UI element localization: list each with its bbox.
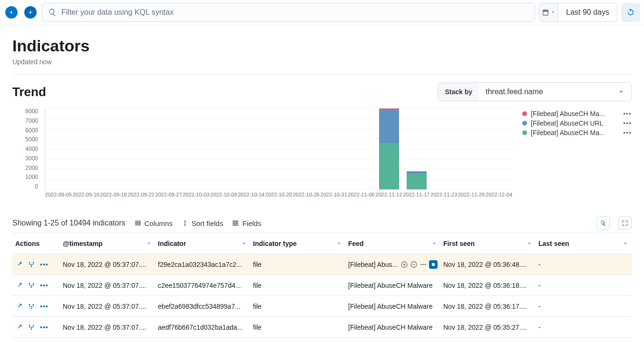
- investigate-icon[interactable]: [28, 323, 35, 331]
- inspect-icon: [599, 219, 607, 227]
- table-header-row: Actions @timestamp Indicator Indicator t…: [12, 233, 632, 254]
- page-title: Indicators: [12, 37, 632, 55]
- x-tick: 2022-11-17: [402, 192, 430, 203]
- stack-by-label: Stack by: [438, 83, 479, 101]
- header-indicator[interactable]: Indicator: [155, 240, 250, 247]
- expand-icon[interactable]: [15, 261, 23, 268]
- x-tick: 2022-10-09: [210, 192, 237, 203]
- legend-more-icon[interactable]: •••: [623, 129, 632, 137]
- bar-group[interactable]: [407, 171, 427, 189]
- chevron-down-icon: [526, 240, 533, 247]
- y-tick: 7000: [25, 118, 38, 124]
- legend-dot: [522, 130, 527, 135]
- cell-first-seen: Nov 18, 2022 @ 05:35:27....: [443, 323, 527, 331]
- header-first-seen[interactable]: First seen: [440, 240, 536, 247]
- more-actions-icon[interactable]: •••: [40, 261, 49, 268]
- x-tick: 2022-11-06: [348, 192, 375, 203]
- svg-point-18: [33, 324, 34, 326]
- inspect-button[interactable]: [596, 216, 610, 230]
- legend-more-icon[interactable]: •••: [623, 110, 632, 118]
- x-tick: 2022-09-10: [72, 192, 100, 203]
- table-row[interactable]: ••• Nov 18, 2022 @ 05:37:07.... f29e2ca1…: [12, 254, 632, 275]
- cell-timestamp: Nov 18, 2022 @ 05:37:07....: [63, 282, 146, 289]
- back-button[interactable]: [4, 5, 19, 20]
- table-row[interactable]: ••• Nov 18, 2022 @ 05:37:07.... ebef2a69…: [12, 296, 632, 317]
- y-tick: 1000: [25, 174, 38, 180]
- filter-in-icon[interactable]: [400, 261, 408, 268]
- x-tick: 2022-10-03: [182, 192, 210, 203]
- x-tick: 2022-09-22: [127, 192, 155, 203]
- x-tick: 2022-10-14: [237, 192, 265, 203]
- cell-feed: [Filebeat] AbuseCH Malware: [348, 323, 432, 331]
- more-actions-icon[interactable]: •••: [40, 282, 49, 289]
- x-tick: 2022-10-20: [265, 192, 293, 203]
- svg-point-13: [31, 286, 32, 288]
- timeline-icon[interactable]: [420, 261, 427, 268]
- kql-input-field[interactable]: [61, 8, 529, 17]
- chevron-down-icon: [618, 88, 624, 95]
- expand-icon[interactable]: [15, 282, 23, 289]
- fields-button[interactable]: Fields: [232, 219, 261, 227]
- header-indicator-type[interactable]: Indicator type: [250, 240, 345, 247]
- legend-item[interactable]: [Filebeat] AbuseCH URL •••: [522, 119, 632, 127]
- legend-item[interactable]: [Filebeat] AbuseCH Ma... •••: [522, 129, 632, 137]
- cell-last-seen: -: [538, 282, 541, 289]
- refresh-button[interactable]: [621, 3, 640, 22]
- chart-legend: [Filebeat] AbuseCH Ma... ••• [Filebeat] …: [522, 108, 632, 203]
- more-actions-icon[interactable]: •••: [40, 323, 49, 331]
- stack-by-select[interactable]: threat.feed.name: [479, 83, 631, 101]
- svg-point-15: [33, 304, 34, 305]
- calendar-icon: [542, 9, 549, 16]
- trend-chart[interactable]: 800070006000500040003000200010000 2022-0…: [12, 108, 513, 203]
- chevron-down-icon: [146, 240, 152, 247]
- table-row[interactable]: ••• Nov 18, 2022 @ 05:37:07.... c2ee1503…: [12, 275, 632, 296]
- legend-item[interactable]: [Filebeat] AbuseCH Ma... •••: [522, 110, 632, 118]
- cell-indicator: f29e2ca1a032343ac1a7c2...: [158, 261, 242, 268]
- investigate-icon[interactable]: [28, 282, 35, 289]
- investigate-icon[interactable]: [28, 261, 35, 268]
- svg-point-12: [33, 283, 34, 284]
- cell-feed: [Filebeat] AbuseCH Malware: [348, 282, 432, 289]
- sort-icon: [181, 219, 189, 227]
- bar-group[interactable]: [379, 108, 399, 189]
- cell-first-seen: Nov 18, 2022 @ 05:36:18....: [443, 282, 527, 289]
- expand-icon[interactable]: [15, 303, 23, 310]
- divider: [12, 74, 632, 75]
- chevron-down-icon: [241, 240, 247, 247]
- cell-feed: [Filebeat] Abus...: [348, 261, 398, 268]
- legend-label: [Filebeat] AbuseCH Ma...: [531, 110, 619, 118]
- add-filter-button[interactable]: [23, 5, 38, 20]
- date-picker-button[interactable]: [539, 3, 558, 21]
- cell-first-seen: Nov 18, 2022 @ 05:36:48....: [443, 261, 527, 268]
- cell-type: file: [253, 323, 262, 331]
- expand-icon[interactable]: [15, 323, 23, 331]
- cell-last-seen: -: [538, 261, 541, 268]
- table-row[interactable]: ••• Nov 18, 2022 @ 05:37:07.... aedf76b6…: [12, 317, 632, 338]
- svg-rect-1: [233, 223, 238, 224]
- header-last-seen[interactable]: Last seen: [536, 240, 632, 247]
- svg-rect-0: [233, 221, 238, 222]
- chevron-down-icon: [431, 240, 438, 247]
- header-feed[interactable]: Feed: [345, 240, 440, 247]
- svg-point-5: [31, 265, 32, 267]
- fullscreen-button[interactable]: [618, 216, 632, 230]
- legend-more-icon[interactable]: •••: [623, 119, 632, 127]
- sort-fields-button[interactable]: Sort fields: [181, 219, 224, 227]
- date-range-label[interactable]: Last 90 days: [558, 8, 617, 17]
- kql-search-input[interactable]: [42, 3, 535, 22]
- legend-label: [Filebeat] AbuseCH URL: [531, 119, 619, 127]
- filter-out-icon[interactable]: [410, 261, 418, 268]
- investigate-icon[interactable]: [28, 303, 35, 310]
- columns-button[interactable]: Columns: [134, 219, 173, 227]
- columns-icon: [134, 219, 142, 227]
- copy-value-button[interactable]: [429, 260, 438, 269]
- x-tick: 2022-12-04: [485, 192, 513, 203]
- cell-last-seen: -: [538, 323, 541, 331]
- header-timestamp[interactable]: @timestamp: [60, 240, 155, 247]
- more-actions-icon[interactable]: •••: [40, 303, 49, 310]
- x-tick: 2022-10-26: [293, 192, 320, 203]
- legend-dot: [522, 111, 527, 116]
- x-tick: 2022-10-31: [320, 192, 348, 203]
- indicators-table: Actions @timestamp Indicator Indicator t…: [12, 233, 632, 338]
- cell-timestamp: Nov 18, 2022 @ 05:37:07....: [63, 323, 146, 331]
